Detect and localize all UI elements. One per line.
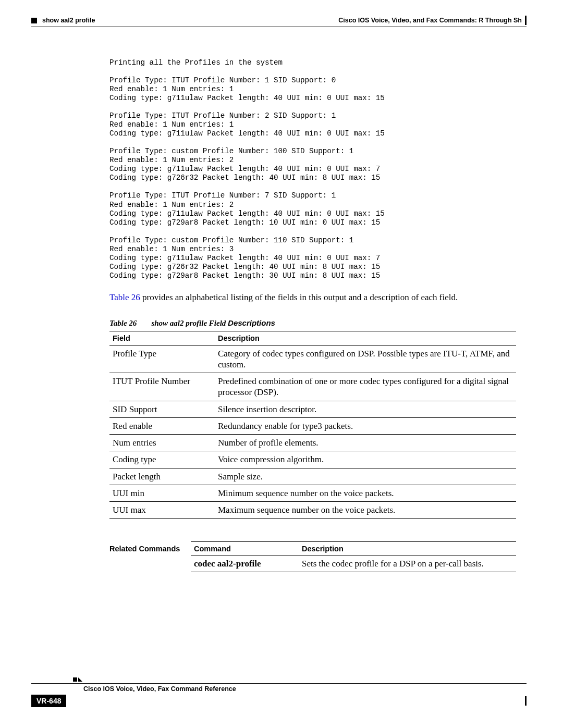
header-bar-icon [525, 16, 527, 25]
footer-bar-icon [525, 696, 527, 706]
desc-cell: Silence insertion descriptor. [215, 401, 516, 417]
table-caption: Table 26show aal2 profile Field Descript… [109, 318, 516, 328]
intro-text: provides an alphabetical listing of the … [140, 292, 458, 302]
desc-cell: Redundancy enable for type3 packets. [215, 417, 516, 434]
page-number: VR-648 [31, 695, 66, 707]
table-row: Packet lengthSample size. [109, 468, 516, 485]
desc-cell: Voice compression algorithm. [215, 451, 516, 468]
field-cell: Red enable [109, 417, 215, 434]
intro-paragraph: Table 26 provides an alphabetical listin… [109, 292, 516, 304]
field-cell: UUI min [109, 485, 215, 501]
table-title-prefix: show aal2 profile Field [151, 319, 228, 327]
field-cell: ITUT Profile Number [109, 373, 215, 401]
desc-cell: Predefined combination of one or more co… [215, 373, 516, 401]
fields-table: Field Description Profile TypeCategory o… [109, 331, 516, 519]
table-row: UUI maxMaximum sequence number on the vo… [109, 502, 516, 519]
header-left-title: show aal2 profile [42, 17, 95, 24]
related-table: Command Description codec aal2-profileSe… [191, 541, 516, 572]
table-row: Profile TypeCategory of codec types conf… [109, 345, 516, 373]
desc-cell: Number of profile elements. [215, 435, 516, 451]
table-row: SID SupportSilence insertion descriptor. [109, 401, 516, 417]
th-rel-desc: Description [299, 542, 516, 556]
table-row: Num entriesNumber of profile elements. [109, 435, 516, 451]
related-commands-label: Related Commands [109, 541, 183, 572]
field-cell: Coding type [109, 451, 215, 468]
table-number: Table 26 [109, 319, 137, 327]
desc-cell: Maximum sequence number on the voice pac… [215, 502, 516, 519]
footer-arrow-icon [78, 677, 82, 682]
field-cell: Packet length [109, 468, 215, 485]
code-output: Printing all the Profiles in the system … [109, 58, 516, 280]
table-row: codec aal2-profileSets the codec profile… [191, 556, 516, 572]
desc-cell: Category of codec types configured on DS… [215, 345, 516, 373]
desc-cell: Sample size. [215, 468, 516, 485]
rel-desc-cell: Sets the codec profile for a DSP on a pe… [299, 556, 516, 572]
table-row: UUI minMinimum sequence number on the vo… [109, 485, 516, 501]
table-row: ITUT Profile NumberPredefined combinatio… [109, 373, 516, 401]
table-ref-link[interactable]: Table 26 [109, 292, 140, 302]
header-square-icon [31, 18, 37, 23]
field-cell: Profile Type [109, 345, 215, 373]
field-cell: Num entries [109, 435, 215, 451]
table-row: Coding typeVoice compression algorithm. [109, 451, 516, 468]
th-field: Field [109, 331, 215, 345]
footer-title: Cisco IOS Voice, Video, Fax Command Refe… [83, 684, 236, 693]
header-right-title: Cisco IOS Voice, Video, and Fax Commands… [338, 17, 522, 24]
field-cell: SID Support [109, 401, 215, 417]
th-desc: Description [215, 331, 516, 345]
field-cell: UUI max [109, 502, 215, 519]
table-title-suffix: Descriptions [228, 318, 275, 327]
table-row: Red enableRedundancy enable for type3 pa… [109, 417, 516, 434]
th-command: Command [191, 542, 299, 556]
desc-cell: Minimum sequence number on the voice pac… [215, 485, 516, 501]
footer-square-icon [73, 677, 77, 682]
command-cell: codec aal2-profile [191, 556, 299, 572]
